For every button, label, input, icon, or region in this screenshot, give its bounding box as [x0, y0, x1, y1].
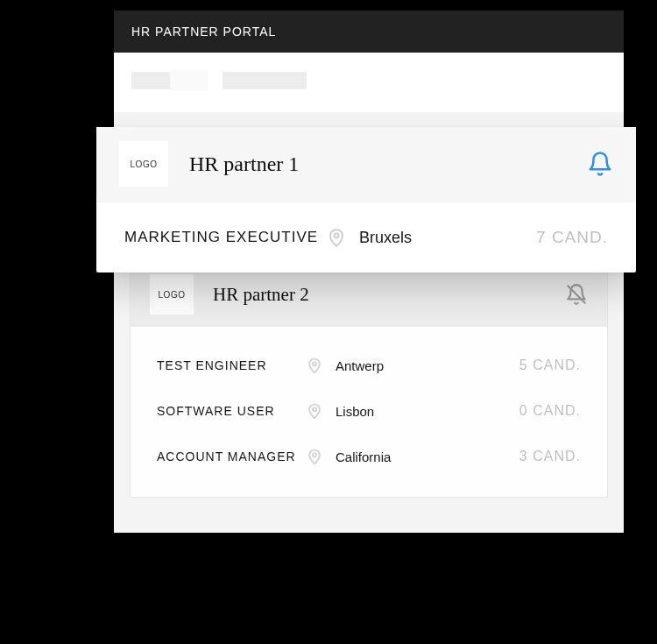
- job-title: TEST ENGINEER: [157, 358, 306, 372]
- partner-header: LOGO HR partner 1: [96, 127, 636, 202]
- job-location: Bruxels: [359, 229, 412, 247]
- job-row[interactable]: ACCOUNT MANAGER California 3 CAND.: [134, 434, 604, 479]
- filter-placeholder[interactable]: [131, 70, 208, 91]
- location-pin-icon: [306, 446, 323, 467]
- svg-point-2: [313, 407, 316, 411]
- job-row[interactable]: SOFTWARE USER Lisbon 0 CAND.: [134, 388, 604, 434]
- job-row[interactable]: TEST ENGINEER Antwerp 5 CAND.: [134, 343, 604, 388]
- partner-logo: LOGO: [119, 141, 168, 187]
- partner-logo: LOGO: [150, 274, 194, 315]
- job-title: ACCOUNT MANAGER: [157, 449, 306, 464]
- bell-icon[interactable]: [587, 150, 613, 178]
- partner-name: HR partner 1: [189, 152, 299, 176]
- location-pin-icon: [306, 400, 323, 421]
- bell-off-icon[interactable]: [565, 282, 588, 307]
- filter-placeholder[interactable]: [223, 70, 307, 91]
- partner-name: HR partner 2: [213, 284, 309, 306]
- job-location: California: [336, 449, 391, 464]
- portal-title: HR PARTNER PORTAL: [114, 11, 624, 53]
- partner-card[interactable]: LOGO HR partner 2 TEST ENGINEER: [130, 261, 608, 498]
- job-title: MARKETING EXECUTIVE: [124, 229, 326, 246]
- candidate-count: 5 CAND.: [519, 357, 581, 373]
- svg-point-1: [313, 362, 316, 365]
- job-location: Lisbon: [336, 404, 374, 419]
- job-location: Antwerp: [336, 358, 384, 373]
- svg-point-4: [335, 234, 339, 238]
- job-title: SOFTWARE USER: [157, 404, 306, 418]
- job-row[interactable]: MARKETING EXECUTIVE Bruxels 7 CAND.: [96, 202, 636, 272]
- candidate-count: 3 CAND.: [519, 449, 581, 464]
- svg-point-3: [313, 453, 316, 456]
- candidate-count: 0 CAND.: [519, 403, 581, 419]
- filter-bar: [114, 53, 624, 112]
- partner-card-active[interactable]: LOGO HR partner 1 MARKETING EXECUTIVE Br…: [96, 127, 636, 272]
- candidate-count: 7 CAND.: [536, 228, 608, 247]
- location-pin-icon: [306, 355, 323, 376]
- location-pin-icon: [326, 225, 347, 250]
- job-list: TEST ENGINEER Antwerp 5 CAND. SOFTWARE U…: [131, 327, 607, 497]
